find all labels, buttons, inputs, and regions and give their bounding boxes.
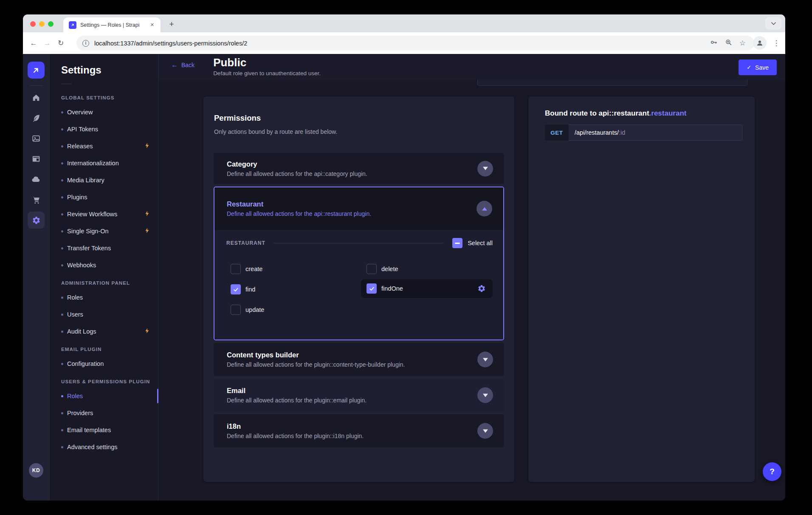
subnav-item-overview[interactable]: Overview — [50, 104, 158, 121]
findone-settings-gear-icon[interactable] — [477, 284, 486, 293]
accordion-restaurant-body: RESTAURANT Select all — [214, 230, 503, 340]
new-tab-button[interactable]: + — [166, 18, 178, 30]
bullet-icon — [61, 297, 63, 299]
close-tab-icon[interactable]: ✕ — [148, 21, 156, 29]
nav-home-icon[interactable] — [23, 88, 49, 108]
subnav-title: Settings — [50, 64, 158, 76]
nav-settings-item[interactable] — [23, 210, 49, 230]
description-field-partial[interactable] — [477, 79, 747, 86]
main-content: ← Back Public Default role given to unau… — [158, 54, 785, 501]
settings-gear-icon[interactable] — [28, 212, 45, 229]
nav-content-manager-icon[interactable] — [23, 108, 49, 128]
subnav-item-internationalization[interactable]: Internationalization — [50, 155, 158, 172]
help-button[interactable]: ? — [763, 462, 781, 481]
subnav-item-webhooks[interactable]: Webhooks — [50, 257, 158, 274]
browser-profile-icon[interactable] — [753, 36, 767, 50]
subnav-item-transfer-tokens[interactable]: Transfer Tokens — [50, 240, 158, 257]
bullet-icon — [61, 230, 63, 232]
nav-content-type-builder-icon[interactable] — [23, 149, 49, 169]
bullet-icon — [61, 179, 63, 181]
subnav-item-up-roles[interactable]: Roles — [50, 388, 158, 405]
subnav-item-email-configuration[interactable]: Configuration — [50, 355, 158, 372]
permission-create[interactable]: create — [231, 264, 262, 274]
chevron-down-icon — [483, 393, 488, 397]
expand-caret-button[interactable] — [477, 352, 493, 368]
expand-caret-button[interactable] — [477, 161, 493, 176]
site-info-icon[interactable]: i — [82, 40, 89, 47]
subnav-item-advanced-settings[interactable]: Advanced settings — [50, 439, 158, 456]
address-bar[interactable]: i localhost:1337/admin/settings/users-pe… — [76, 36, 754, 51]
minimize-window-button[interactable] — [39, 21, 45, 27]
zoom-in-icon[interactable] — [725, 38, 733, 48]
permission-delete[interactable]: delete — [367, 264, 398, 274]
subnav-item-plugins[interactable]: Plugins — [50, 189, 158, 206]
create-checkbox[interactable] — [231, 264, 241, 274]
chevron-down-icon — [483, 429, 488, 433]
accordion-email[interactable]: Email Define all allowed actions for the… — [214, 379, 504, 412]
save-button[interactable]: ✓ Save — [739, 59, 777, 75]
bullet-icon — [61, 247, 63, 249]
accordion-category[interactable]: Category Define all allowed actions for … — [214, 153, 504, 184]
bullet-icon — [61, 111, 63, 113]
select-all-control[interactable]: Select all — [452, 238, 493, 248]
indeterminate-dash-icon — [455, 243, 460, 244]
settings-subnav: Settings GLOBAL SETTINGS Overview API To… — [50, 54, 158, 501]
accordion-i18n[interactable]: i18n Define all allowed actions for the … — [214, 414, 504, 447]
close-window-button[interactable] — [30, 21, 36, 27]
bullet-icon — [61, 162, 63, 164]
bookmark-star-icon[interactable]: ☆ — [739, 40, 746, 47]
subnav-item-email-templates[interactable]: Email templates — [50, 422, 158, 439]
subnav-item-review-workflows[interactable]: Review Workflows — [50, 206, 158, 223]
bullet-icon — [61, 264, 63, 266]
accordion-restaurant-expanded: Restaurant Define all allowed actions fo… — [214, 187, 504, 340]
subnav-item-single-sign-on[interactable]: Single Sign-On — [50, 223, 158, 240]
password-key-icon[interactable] — [710, 38, 718, 48]
back-nav-icon[interactable]: ← — [27, 37, 40, 50]
browser-menu-icon[interactable]: ⋮ — [773, 39, 780, 48]
findone-checkbox[interactable] — [367, 283, 377, 294]
strapi-logo-icon[interactable] — [28, 62, 45, 79]
back-link[interactable]: ← Back — [171, 62, 195, 68]
subnav-item-releases[interactable]: Releases — [50, 138, 158, 155]
accordion-content-types-builder[interactable]: Content types builder Define all allowed… — [214, 343, 504, 376]
subnav-item-providers[interactable]: Providers — [50, 405, 158, 422]
zoom-window-button[interactable] — [48, 21, 54, 27]
collapse-caret-button[interactable] — [476, 201, 492, 217]
permissions-panel: Permissions Only actions bound by a rout… — [203, 96, 514, 482]
subnav-item-media-library[interactable]: Media Library — [50, 172, 158, 189]
user-avatar[interactable]: KD — [29, 463, 43, 478]
browser-tab[interactable]: Settings — Roles | Strapi ✕ — [63, 17, 161, 32]
accordion-restaurant-header[interactable]: Restaurant Define all allowed actions fo… — [214, 187, 503, 230]
browser-toolbar: ← → ↻ i localhost:1337/admin/settings/us… — [23, 32, 785, 54]
tab-search-chevron-icon[interactable] — [765, 17, 781, 30]
subnav-item-api-tokens[interactable]: API Tokens — [50, 121, 158, 138]
subnav-item-audit-logs[interactable]: Audit Logs — [50, 323, 158, 340]
permission-update[interactable]: update — [231, 305, 264, 315]
subnav-item-admin-roles[interactable]: Roles — [50, 289, 158, 306]
nav-marketplace-icon[interactable] — [23, 190, 49, 210]
chevron-down-icon — [483, 167, 488, 170]
reload-icon[interactable]: ↻ — [54, 37, 68, 50]
bullet-icon — [61, 395, 63, 397]
bound-route-highlight: .restaurant — [649, 109, 687, 117]
lightning-icon — [144, 142, 150, 150]
bullet-icon — [61, 213, 63, 215]
permission-findone-row[interactable]: findOne — [361, 279, 493, 298]
expand-caret-button[interactable] — [477, 423, 493, 439]
find-checkbox[interactable] — [231, 284, 241, 294]
permission-find[interactable]: find — [231, 284, 255, 294]
bound-route-panel: Bound route to api::restaurant.restauran… — [528, 96, 755, 482]
expand-caret-button[interactable] — [477, 388, 493, 403]
page-subtitle: Default role given to unauthenticated us… — [213, 70, 321, 76]
select-all-checkbox[interactable] — [452, 238, 462, 248]
nav-strapi-cloud-icon[interactable] — [23, 169, 49, 190]
route-row: GET /api/restaurants/:id — [545, 125, 742, 141]
nav-media-library-icon[interactable] — [23, 128, 49, 149]
delete-checkbox[interactable] — [367, 264, 377, 274]
tab-title: Settings — Roles | Strapi — [80, 22, 148, 28]
update-checkbox[interactable] — [231, 305, 241, 315]
page-header: ← Back Public Default role given to unau… — [158, 54, 785, 79]
section-label-email-plugin: EMAIL PLUGIN — [50, 340, 158, 355]
subnav-item-admin-users[interactable]: Users — [50, 306, 158, 323]
main-nav-rail: KD — [23, 54, 50, 501]
